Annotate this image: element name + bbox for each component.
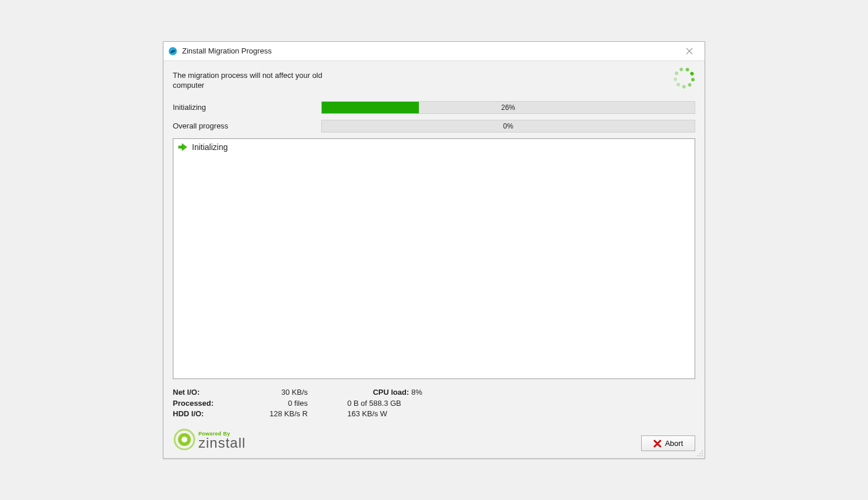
- svg-rect-1: [179, 146, 182, 148]
- stat-value-hddio-w: 163 KB/s W: [347, 409, 493, 420]
- info-row: The migration process will not affect yo…: [173, 70, 695, 91]
- zinstall-logo-icon: [173, 428, 196, 451]
- titlebar: Zinstall Migration Progress: [163, 42, 705, 61]
- close-icon: [686, 48, 693, 55]
- app-icon: [168, 47, 177, 56]
- stat-value-processed: 0 files: [243, 398, 312, 409]
- progress-text-overall: 0%: [322, 120, 695, 132]
- progress-bar-overall: 0%: [321, 120, 695, 133]
- log-item-text: Initializing: [192, 142, 227, 152]
- svg-point-4: [182, 437, 187, 442]
- stat-label-hddio: HDD I/O:: [173, 409, 243, 420]
- brand-text: Powered By zinstall: [198, 431, 246, 449]
- svg-point-5: [702, 451, 703, 452]
- progress-row-overall: Overall progress 0%: [173, 120, 695, 133]
- progress-row-initializing: Initializing 26%: [173, 101, 695, 114]
- brand-name: zinstall: [198, 437, 246, 449]
- stat-label-netio: Net I/O:: [173, 387, 243, 398]
- info-text: The migration process will not affect yo…: [173, 70, 347, 91]
- svg-point-6: [699, 453, 700, 454]
- progress-label-initializing: Initializing: [173, 103, 321, 112]
- stat-value-cpu: 8%: [411, 387, 493, 398]
- stat-label-processed: Processed:: [173, 398, 243, 409]
- window-body: The migration process will not affect yo…: [163, 61, 705, 459]
- progress-text-initializing: 26%: [322, 102, 695, 113]
- close-button[interactable]: [678, 43, 701, 59]
- brand-logo: Powered By zinstall: [173, 428, 246, 451]
- spinner-icon: [677, 70, 695, 89]
- stat-label-cpu: CPU load:: [347, 387, 411, 398]
- arrow-right-icon: [178, 142, 187, 152]
- progress-bar-initializing: 26%: [321, 101, 695, 114]
- svg-point-8: [697, 455, 698, 456]
- svg-point-9: [699, 455, 700, 456]
- stat-value-datatotal: 0 B of 588.3 GB: [347, 398, 493, 409]
- app-window: Zinstall Migration Progress The migratio…: [163, 41, 705, 459]
- footer: Powered By zinstall Abort: [173, 428, 695, 451]
- stat-value-netio: 30 KB/s: [243, 387, 312, 398]
- progress-label-overall: Overall progress: [173, 122, 321, 130]
- abort-label: Abort: [665, 439, 683, 448]
- log-item: Initializing: [178, 142, 690, 152]
- stats-grid: Net I/O: 30 KB/s CPU load: 8% Processed:…: [173, 387, 695, 420]
- abort-icon: [653, 440, 661, 448]
- stat-value-hddio-r: 128 KB/s R: [243, 409, 312, 420]
- resize-grip-icon[interactable]: [696, 450, 703, 457]
- svg-point-10: [702, 455, 703, 456]
- svg-point-7: [702, 453, 703, 454]
- abort-button[interactable]: Abort: [641, 435, 695, 451]
- window-title: Zinstall Migration Progress: [182, 47, 678, 55]
- log-panel[interactable]: Initializing: [173, 138, 695, 379]
